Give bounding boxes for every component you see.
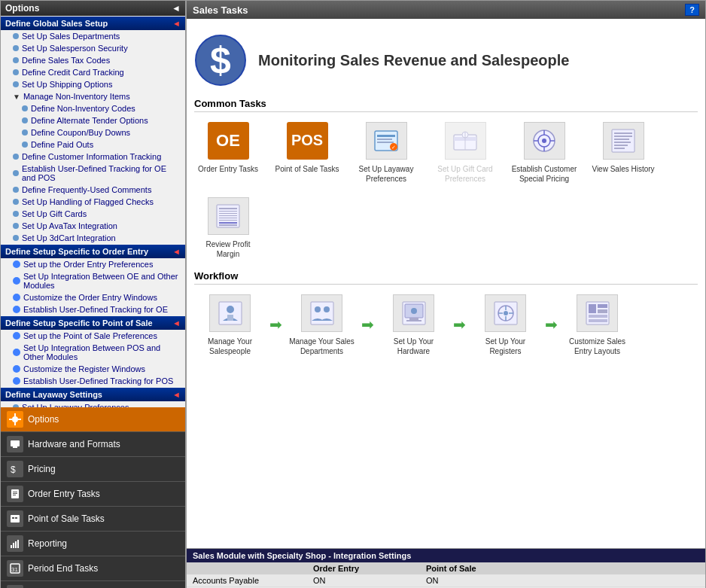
sidebar-item-credit-card[interactable]: Define Credit Card Tracking xyxy=(1,66,185,78)
sidebar-item-3dcart[interactable]: Set Up 3dCart Integration xyxy=(1,232,185,244)
section-collapse-icon[interactable]: ◄ xyxy=(172,19,181,28)
bullet-icon xyxy=(13,154,19,160)
section-layaway[interactable]: Define Layaway Settings ◄ xyxy=(1,388,185,401)
order-entry-nav-icon xyxy=(7,486,23,502)
sidebar-item-paid-outs[interactable]: Define Paid Outs xyxy=(1,139,185,151)
sidebar-item-salesperson-security[interactable]: Set Up Salesperson Security xyxy=(1,42,185,54)
sidebar-item-pos-user-tracking[interactable]: Establish User-Defined Tracking for POS xyxy=(1,375,185,387)
nav-reporting[interactable]: Reporting xyxy=(1,532,185,556)
bullet-icon xyxy=(13,365,20,373)
integration-cell-label: Accounts Payable xyxy=(187,574,307,587)
svg-rect-60 xyxy=(311,302,333,324)
workflow-departments[interactable]: Manage Your Sales Departments xyxy=(286,292,358,356)
sidebar-item-non-inventory[interactable]: ▼ Manage Non-Inventory Items xyxy=(1,90,185,102)
svg-rect-46 xyxy=(614,145,628,146)
svg-point-67 xyxy=(411,308,417,314)
svg-rect-26 xyxy=(377,139,392,140)
sidebar-item-flagged-checks[interactable]: Set Up Handling of Flagged Checks xyxy=(1,196,185,208)
integration-header: Sales Module with Specialty Shop - Integ… xyxy=(187,549,705,562)
tasks-grid: OE Order Entry Tasks POS Point of Sale T… xyxy=(194,120,698,259)
section-pos[interactable]: Define Setup Specific to Point of Sale ◄ xyxy=(1,316,185,330)
section-global-sales[interactable]: Define Global Sales Setup ◄ xyxy=(1,17,185,30)
sidebar-item-pos-prefs[interactable]: Set up the Point of Sale Preferences xyxy=(1,330,185,342)
task-special-pricing[interactable]: Establish Customer Special Pricing xyxy=(510,120,578,184)
svg-rect-1 xyxy=(14,413,16,416)
sidebar-item-coupon[interactable]: Define Coupon/Buy Downs xyxy=(1,126,185,139)
nav-bar: Options Hardware and Formats $ Pricing xyxy=(1,407,185,588)
workflow-layouts[interactable]: Customize Sales Entry Layouts xyxy=(561,292,633,356)
section-collapse-icon[interactable]: ◄ xyxy=(172,390,181,399)
section-collapse-icon[interactable]: ◄ xyxy=(172,247,181,256)
options-nav-icon xyxy=(7,411,23,428)
bullet-icon xyxy=(13,69,19,75)
svg-text:31: 31 xyxy=(11,566,18,573)
sidebar-item-user-defined-oe-pos[interactable]: Establish User-Defined Tracking for OE a… xyxy=(1,163,185,184)
sidebar-item-pos-integration[interactable]: Set Up Integration Between POS and Other… xyxy=(1,342,185,363)
svg-rect-11 xyxy=(13,495,16,495)
task-layaway[interactable]: ✓ Set Up Layaway Preferences xyxy=(352,120,420,184)
sidebar-item-non-inventory-codes[interactable]: Define Non-Inventory Codes xyxy=(1,102,185,114)
sidebar-collapse-icon[interactable]: ◄ xyxy=(172,3,181,14)
workflow-salespeople[interactable]: Manage Your Salespeople xyxy=(194,292,266,356)
sidebar-item-pos-customize[interactable]: Customize the Register Windows xyxy=(1,363,185,375)
svg-rect-42 xyxy=(614,133,632,134)
bullet-icon xyxy=(22,105,28,111)
svg-rect-51 xyxy=(219,213,237,214)
sidebar-item-oe-user-tracking[interactable]: Establish User-Defined Tracking for OE xyxy=(1,303,185,315)
sidebar-item-avatax[interactable]: Set Up AvaTax Integration xyxy=(1,220,185,232)
svg-rect-5 xyxy=(11,440,20,446)
sidebar-item-oe-integration[interactable]: Set Up Integration Between OE and Other … xyxy=(1,270,185,291)
task-sales-history[interactable]: View Sales History xyxy=(589,120,657,184)
sidebar-item-gift-cards[interactable]: Set Up Gift Cards xyxy=(1,208,185,220)
hardware-graphic xyxy=(393,294,434,332)
svg-rect-45 xyxy=(614,142,631,143)
nav-pos[interactable]: Point of Sale Tasks xyxy=(1,507,185,532)
task-order-entry[interactable]: OE Order Entry Tasks xyxy=(194,120,262,184)
hardware-icon xyxy=(391,292,437,334)
svg-text:$: $ xyxy=(210,39,231,81)
workflow-hardware[interactable]: Set Up Your Hardware xyxy=(378,292,449,356)
nav-resources[interactable]: Resources and Tools xyxy=(1,581,185,588)
nav-options[interactable]: Options xyxy=(1,407,185,432)
main-title: Sales Tasks xyxy=(193,5,248,16)
task-gift-label: Set Up Gift Card Preferences xyxy=(431,164,499,184)
nav-period-end[interactable]: 31 Period End Tasks xyxy=(1,556,185,581)
section-collapse-icon[interactable]: ◄ xyxy=(172,318,181,328)
sidebar-item-oe-prefs[interactable]: Set up the Order Entry Preferences xyxy=(1,258,185,270)
bullet-icon xyxy=(13,235,19,241)
nav-hardware[interactable]: Hardware and Formats xyxy=(1,432,185,457)
nav-order-entry[interactable]: Order Entry Tasks xyxy=(1,482,185,507)
svg-rect-80 xyxy=(589,319,607,322)
svg-point-70 xyxy=(504,311,508,315)
sidebar-item-tax-codes[interactable]: Define Sales Tax Codes xyxy=(1,54,185,66)
task-pos[interactable]: POS Point of Sale Tasks xyxy=(273,120,341,184)
nav-pricing[interactable]: $ Pricing xyxy=(1,457,185,482)
integration-row: Accounts PayableONON xyxy=(187,574,705,587)
sidebar-item-layaway-prefs[interactable]: Set Up Layaway Preferences xyxy=(1,401,185,407)
sidebar-item-alternate-tender[interactable]: Define Alternate Tender Options xyxy=(1,114,185,126)
sidebar-scroll[interactable]: Define Global Sales Setup ◄ Set Up Sales… xyxy=(1,16,185,407)
reporting-nav-icon xyxy=(7,535,23,552)
layaway-icon-box: ✓ xyxy=(364,120,409,161)
special-pricing-icon xyxy=(524,122,565,160)
arrow-icon-2: ➡ xyxy=(361,315,374,334)
task-oe-label: Order Entry Tasks xyxy=(198,164,258,174)
help-button[interactable]: ? xyxy=(685,4,699,16)
workflow-registers[interactable]: Set Up Your Registers xyxy=(470,292,541,356)
svg-rect-53 xyxy=(219,218,237,218)
sidebar-item-departments[interactable]: Set Up Sales Departments xyxy=(1,30,185,42)
section-order-entry[interactable]: Define Setup Specific to Order Entry ◄ xyxy=(1,245,185,258)
svg-rect-44 xyxy=(614,139,629,140)
sidebar-item-comments[interactable]: Define Frequently-Used Comments xyxy=(1,184,185,196)
task-profit-margin[interactable]: Review Profit Margin xyxy=(194,195,262,259)
svg-rect-49 xyxy=(219,208,237,209)
svg-rect-55 xyxy=(219,222,237,224)
main-content: Sales Tasks ? $ Monitoring Sales Revenue… xyxy=(186,0,706,588)
bullet-icon xyxy=(13,306,20,313)
sidebar-item-oe-customize[interactable]: Customize the Order Entry Windows xyxy=(1,291,185,303)
main-header: Sales Tasks ? xyxy=(187,1,705,19)
sidebar-item-shipping[interactable]: Set Up Shipping Options xyxy=(1,78,185,90)
app-container: Options ◄ Define Global Sales Setup ◄ Se… xyxy=(0,0,706,588)
svg-rect-15 xyxy=(11,545,12,548)
sidebar-item-customer-info[interactable]: Define Customer Information Tracking xyxy=(1,151,185,163)
